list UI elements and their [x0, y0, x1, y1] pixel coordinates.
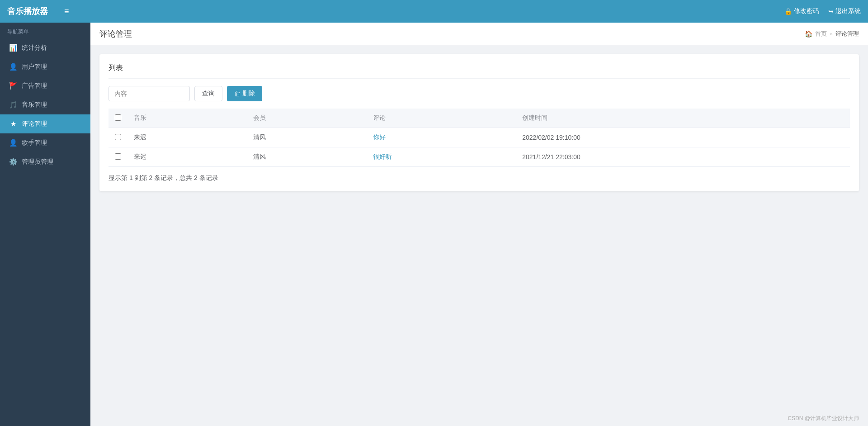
th-music: 音乐 [127, 109, 247, 128]
sub-header: 评论管理 🏠 首页 » 评论管理 [90, 23, 868, 45]
card-title: 列表 [108, 63, 850, 79]
comment-icon: ★ [9, 120, 17, 128]
music-cell: 来迟 [127, 147, 247, 167]
query-button[interactable]: 查询 [194, 86, 222, 101]
logout-icon: ↪ [828, 8, 834, 15]
comments-table: 音乐 会员 评论 创建时间 来迟 清风 你 [108, 109, 850, 167]
breadcrumb-current: 评论管理 [835, 30, 859, 38]
sidebar-item-music[interactable]: 🎵 音乐管理 [0, 95, 90, 114]
table-row: 来迟 清风 你好 2022/02/02 19:10:00 [108, 128, 850, 147]
user-icon: 👤 [9, 63, 17, 71]
menu-toggle-button[interactable]: ≡ [64, 7, 69, 16]
sidebar-item-label: 音乐管理 [22, 101, 47, 109]
main-card: 列表 查询 🗑 删除 [99, 54, 859, 191]
row-checkbox-cell [108, 128, 127, 147]
table-row: 来迟 清风 很好听 2021/12/21 22:03:00 [108, 147, 850, 167]
sidebar-item-comment[interactable]: ★ 评论管理 [0, 114, 90, 133]
change-password-label: 修改密码 [794, 7, 819, 15]
created-at-cell: 2022/02/02 19:10:00 [516, 128, 850, 147]
singer-icon: 👤 [9, 139, 17, 147]
sidebar-item-admin[interactable]: ⚙️ 管理员管理 [0, 152, 90, 171]
batch-delete-button[interactable]: 🗑 删除 [227, 86, 262, 101]
sidebar-item-label: 广告管理 [22, 82, 47, 90]
logout-button[interactable]: ↪ 退出系统 [828, 7, 861, 15]
layout: 导航菜单 📊 统计分析 👤 用户管理 🚩 广告管理 🎵 音乐管理 ★ 评论管理 … [0, 23, 868, 426]
member-cell: 清风 [247, 128, 366, 147]
header-right: 🔒 修改密码 ↪ 退出系统 [784, 7, 861, 15]
select-all-checkbox[interactable] [115, 114, 121, 121]
footer-watermark: CSDN @计算机毕业设计大师 [90, 411, 868, 426]
search-input[interactable] [108, 86, 190, 101]
sidebar: 导航菜单 📊 统计分析 👤 用户管理 🚩 广告管理 🎵 音乐管理 ★ 评论管理 … [0, 23, 90, 426]
admin-icon: ⚙️ [9, 158, 17, 166]
main-content: 评论管理 🏠 首页 » 评论管理 列表 查询 🗑 删除 [90, 23, 868, 426]
app-title: 音乐播放器 [7, 6, 48, 17]
music-cell: 来迟 [127, 128, 247, 147]
sidebar-item-label: 统计分析 [22, 44, 47, 52]
table-body: 来迟 清风 你好 2022/02/02 19:10:00 来迟 清风 很好听 [108, 128, 850, 167]
th-member: 会员 [247, 109, 366, 128]
th-created-at: 创建时间 [516, 109, 850, 128]
member-cell: 清风 [247, 147, 366, 167]
header-left: 音乐播放器 ≡ [7, 6, 69, 17]
change-password-button[interactable]: 🔒 修改密码 [784, 7, 819, 15]
th-comment: 评论 [367, 109, 516, 128]
logout-label: 退出系统 [835, 7, 861, 15]
sidebar-item-label: 歌手管理 [22, 139, 47, 147]
sidebar-item-user[interactable]: 👤 用户管理 [0, 57, 90, 76]
comment-cell[interactable]: 你好 [367, 128, 516, 147]
sidebar-item-label: 管理员管理 [22, 158, 53, 166]
sidebar-item-statistics[interactable]: 📊 统计分析 [0, 38, 90, 57]
toolbar: 查询 🗑 删除 [108, 86, 850, 101]
ad-icon: 🚩 [9, 82, 17, 90]
comment-cell[interactable]: 很好听 [367, 147, 516, 167]
row-checkbox[interactable] [115, 153, 121, 160]
table-header: 音乐 会员 评论 创建时间 [108, 109, 850, 128]
th-checkbox [108, 109, 127, 128]
breadcrumb-separator: » [830, 30, 833, 37]
page-title: 评论管理 [99, 28, 132, 39]
top-header: 音乐播放器 ≡ 🔒 修改密码 ↪ 退出系统 [0, 0, 868, 23]
statistics-icon: 📊 [9, 44, 17, 52]
sidebar-item-label: 用户管理 [22, 63, 47, 71]
breadcrumb: 🏠 首页 » 评论管理 [805, 30, 859, 38]
lock-icon: 🔒 [784, 8, 792, 15]
created-at-cell: 2021/12/21 22:03:00 [516, 147, 850, 167]
pagination-info: 显示第 1 到第 2 条记录，总共 2 条记录 [108, 174, 850, 182]
music-icon: 🎵 [9, 101, 17, 109]
breadcrumb-home[interactable]: 首页 [815, 30, 827, 38]
row-checkbox-cell [108, 147, 127, 167]
content-area: 列表 查询 🗑 删除 [90, 45, 868, 411]
sidebar-nav-label: 导航菜单 [0, 23, 90, 38]
sidebar-item-singer[interactable]: 👤 歌手管理 [0, 133, 90, 152]
sidebar-item-ad[interactable]: 🚩 广告管理 [0, 76, 90, 95]
delete-icon: 🗑 [234, 90, 241, 97]
sidebar-item-label: 评论管理 [22, 120, 47, 128]
delete-label: 删除 [242, 90, 255, 98]
home-icon: 🏠 [805, 30, 812, 38]
row-checkbox[interactable] [115, 134, 121, 140]
